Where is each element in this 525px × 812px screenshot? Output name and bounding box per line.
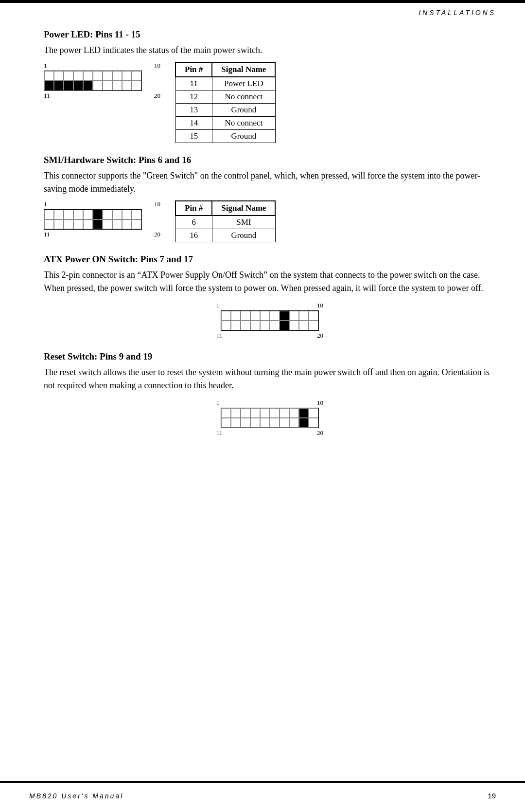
label-top-right-4: 10: [317, 399, 323, 407]
pin-cell: [54, 81, 64, 90]
pin-cell: [309, 418, 318, 428]
connector-row: [221, 311, 318, 321]
pin-cell: [309, 321, 318, 330]
pin-cell: [93, 210, 103, 219]
pin-number-cell: 12: [175, 90, 212, 104]
footer-bar: [0, 781, 525, 783]
pin-cell: [270, 311, 280, 321]
table-header-signal-1: Signal Name: [212, 62, 275, 77]
table-row: 15Ground: [175, 130, 275, 143]
power-led-grid: [44, 71, 142, 91]
pin-cell: [122, 219, 132, 229]
label-top-right-1: 10: [154, 62, 160, 70]
pin-cell: [83, 81, 93, 90]
label-bottom-right-2: 20: [154, 231, 160, 238]
pin-cell: [103, 210, 112, 219]
pin-cell: [73, 71, 83, 81]
pin-cell: [73, 210, 83, 219]
connector-row: [44, 81, 141, 90]
label-bottom-left-2: 11: [44, 231, 50, 238]
heading-reset: Reset Switch: Pins 9 and 19: [44, 351, 496, 362]
pin-cell: [73, 81, 83, 90]
pin-cell: [44, 81, 54, 90]
pin-cell: [241, 311, 250, 321]
pin-cell: [132, 219, 141, 229]
pin-cell: [260, 418, 270, 428]
pin-cell: [122, 71, 132, 81]
label-bottom-left-1: 11: [44, 92, 50, 100]
pin-cell: [73, 219, 83, 229]
pin-cell: [299, 321, 309, 330]
smi-layout: 1 10 11 20 Pin # Signal Name 6SMI16Groun…: [44, 200, 496, 242]
signal-name-cell: No connect: [212, 117, 275, 130]
reset-diagram-bottom-labels: 11 20: [216, 429, 323, 437]
pin-cell: [64, 81, 73, 90]
heading-smi: SMI/Hardware Switch: Pins 6 and 16: [44, 155, 496, 165]
atx-grid: [221, 310, 319, 331]
pin-cell: [132, 71, 141, 81]
smi-diagram-bottom-labels: 11 20: [44, 231, 160, 238]
pin-cell: [112, 71, 122, 81]
label-top-left-2: 1: [44, 200, 47, 208]
pin-cell: [112, 81, 122, 90]
connector-row: [221, 408, 318, 418]
pin-cell: [103, 81, 112, 90]
reset-diagram-top-labels: 1 10: [216, 399, 323, 407]
pin-number-cell: 13: [175, 104, 212, 117]
pin-cell: [64, 219, 73, 229]
pin-cell: [93, 219, 103, 229]
footer-manual-label: MB820 User's Manual: [29, 792, 123, 800]
pin-cell: [231, 408, 241, 418]
section-reset: Reset Switch: Pins 9 and 19 The reset sw…: [44, 351, 496, 437]
pin-cell: [132, 81, 141, 90]
table-row: 11Power LED: [175, 77, 275, 90]
pin-cell: [241, 408, 250, 418]
pin-cell: [112, 219, 122, 229]
pin-cell: [309, 311, 318, 321]
pin-cell: [221, 408, 231, 418]
pin-cell: [270, 418, 280, 428]
reset-diagram-wrapper: 1 10 11 20: [44, 399, 496, 437]
smi-diagram: 1 10 11 20: [44, 200, 160, 238]
signal-name-cell: Ground: [212, 104, 275, 117]
pin-cell: [280, 321, 289, 330]
heading-power-led: Power LED: Pins 11 - 15: [44, 29, 496, 40]
atx-diagram-wrapper: 1 10 11 20: [44, 302, 496, 340]
label-bottom-right-1: 20: [154, 92, 160, 100]
atx-diagram-top-labels: 1 10: [216, 302, 323, 309]
pin-cell: [132, 210, 141, 219]
signal-name-cell: Ground: [212, 130, 275, 143]
table-header-pin-1: Pin #: [175, 62, 212, 77]
pin-number-cell: 14: [175, 117, 212, 130]
smi-grid: [44, 209, 142, 230]
pin-cell: [103, 71, 112, 81]
label-top-right-3: 10: [317, 302, 323, 309]
heading-atx: ATX Power ON Switch: Pins 7 and 17: [44, 254, 496, 265]
signal-name-cell: SMI: [212, 216, 275, 229]
pin-cell: [83, 210, 93, 219]
pin-cell: [309, 408, 318, 418]
footer-page-number: 19: [488, 792, 496, 800]
power-led-layout: 1 10 11 20 Pin # Signal Name 11Power LED…: [44, 62, 496, 143]
pin-cell: [83, 219, 93, 229]
connector-row: [44, 219, 141, 229]
pin-cell: [260, 311, 270, 321]
pin-cell: [93, 81, 103, 90]
label-top-left-4: 1: [216, 399, 220, 407]
pin-cell: [93, 71, 103, 81]
pin-cell: [241, 321, 250, 330]
table-row: 16Ground: [175, 229, 275, 242]
body-smi: This connector supports the "Green Switc…: [44, 169, 496, 196]
pin-cell: [231, 311, 241, 321]
pin-cell: [221, 321, 231, 330]
section-power-led: Power LED: Pins 11 - 15 The power LED in…: [44, 29, 496, 143]
pin-cell: [241, 418, 250, 428]
main-content: Power LED: Pins 11 - 15 The power LED in…: [44, 29, 496, 773]
pin-cell: [64, 210, 73, 219]
pin-cell: [44, 219, 54, 229]
label-top-right-2: 10: [154, 200, 160, 208]
pin-number-cell: 15: [175, 130, 212, 143]
pin-cell: [64, 71, 73, 81]
label-bottom-right-4: 20: [317, 429, 323, 437]
pin-cell: [250, 408, 260, 418]
